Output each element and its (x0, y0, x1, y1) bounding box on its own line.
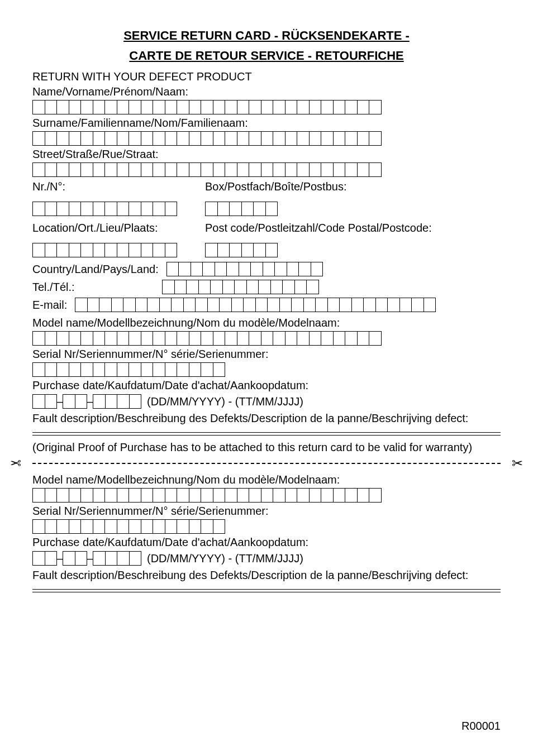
input-purchase-month-2[interactable] (63, 551, 87, 566)
input-street[interactable] (32, 162, 501, 177)
input-purchase-month[interactable] (63, 394, 87, 409)
fault-line-4[interactable] (32, 592, 501, 592)
label-serial: Serial Nr/Seriennummer/N° série/Serienum… (32, 347, 501, 361)
return-with-text: RETURN WITH YOUR DEFECT PRODUCT (32, 69, 501, 84)
label-purchase-2: Purchase date/Kaufdatum/Date d'achat/Aan… (32, 535, 501, 549)
input-purchase-day[interactable] (32, 394, 57, 409)
label-country: Country/Land/Pays/Land: (32, 262, 159, 276)
label-model: Model name/Modellbezeichnung/Nom du modè… (32, 315, 501, 330)
fault-line-1[interactable] (32, 432, 501, 433)
label-street: Street/Straße/Rue/Straat: (32, 147, 501, 161)
label-fault: Fault description/Beschreibung des Defek… (32, 411, 501, 425)
input-model[interactable] (32, 331, 501, 346)
cut-dashed-line (32, 463, 501, 464)
date-dash-3: – (57, 551, 63, 566)
input-surname[interactable] (32, 131, 501, 146)
label-model-2: Model name/Modellbezeichnung/Nom du modè… (32, 472, 501, 487)
label-fault-2: Fault description/Beschreibung des Defek… (32, 568, 501, 582)
input-tel[interactable] (162, 280, 319, 294)
input-box[interactable] (205, 202, 346, 216)
scissors-icon: ✂ (10, 455, 21, 472)
fault-line-2[interactable] (32, 435, 501, 436)
label-name: Name/Vorname/Prénom/Naam: (32, 84, 501, 99)
input-location[interactable] (32, 243, 177, 257)
document-code: R00001 (461, 720, 501, 733)
cut-line-row: ✂ ✂ (4, 455, 529, 472)
label-surname: Surname/Familienname/Nom/Familienaam: (32, 116, 501, 130)
input-email[interactable] (75, 298, 436, 312)
input-country[interactable] (166, 262, 323, 276)
label-nr: Nr./N°: (32, 179, 177, 194)
input-purchase-day-2[interactable] (32, 551, 57, 566)
date-dash-4: – (87, 551, 93, 566)
input-purchase-year[interactable] (93, 394, 141, 409)
input-purchase-year-2[interactable] (93, 551, 141, 566)
date-dash-2: – (87, 394, 93, 409)
date-format-note: (DD/MM/YYYY) - (TT/MM/JJJJ) (147, 395, 303, 408)
input-postcode[interactable] (205, 243, 432, 257)
title-line-2: CARTE DE RETOUR SERVICE - RETOURFICHE (32, 48, 501, 64)
scissors-icon: ✂ (512, 455, 523, 472)
date-format-note-2: (DD/MM/YYYY) - (TT/MM/JJJJ) (147, 552, 303, 565)
label-purchase: Purchase date/Kaufdatum/Date d'achat/Aan… (32, 378, 501, 393)
label-serial-2: Serial Nr/Seriennummer/N° série/Serienum… (32, 504, 501, 518)
input-serial[interactable] (32, 362, 501, 377)
input-model-2[interactable] (32, 488, 501, 503)
label-postcode: Post code/Postleitzahl/Code Postal/Postc… (205, 221, 432, 235)
label-box: Box/Postfach/Boîte/Postbus: (205, 179, 346, 194)
input-nr[interactable] (32, 202, 177, 216)
input-serial-2[interactable] (32, 519, 501, 534)
date-dash-1: – (57, 394, 63, 409)
label-email: E-mail: (32, 298, 67, 312)
title-line-1: SERVICE RETURN CARD - RÜCKSENDEKARTE - (32, 28, 501, 44)
label-location: Location/Ort./Lieu/Plaats: (32, 221, 177, 235)
fault-line-3[interactable] (32, 589, 501, 590)
input-name[interactable] (32, 100, 501, 114)
original-proof-note: (Original Proof of Purchase has to be at… (32, 440, 501, 454)
label-tel: Tel./Tél.: (32, 280, 154, 294)
